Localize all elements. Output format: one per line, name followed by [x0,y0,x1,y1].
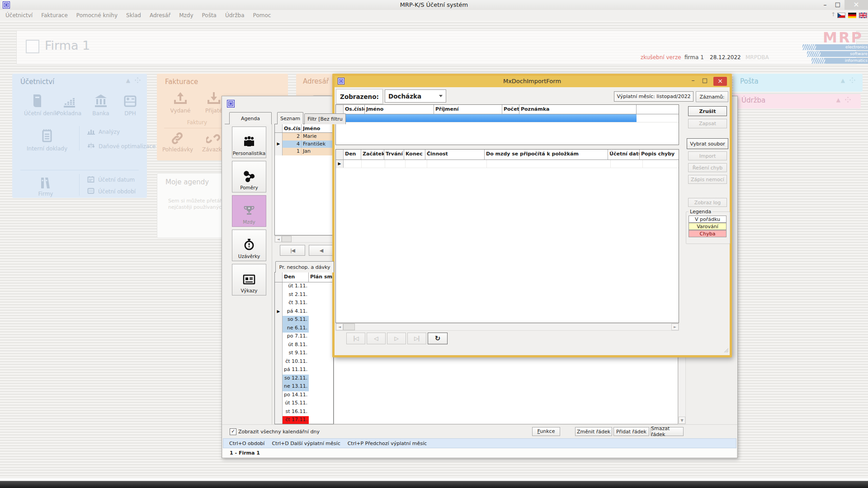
zobraz-log-button[interactable]: Zobraz log [688,198,727,207]
col-pocet[interactable]: Počet [502,105,519,114]
vybrat-soubor-button[interactable]: Vybrat soubor [687,138,728,149]
calendar-day-row[interactable]: po 14.11. [275,391,333,400]
calendar-day-row-current[interactable]: ▶pá 4.11. [275,308,333,316]
tab-filtr[interactable]: Filtr [Bez filtru [304,113,346,124]
menu-mzdy[interactable]: Mzdy [179,12,193,19]
calendar-day-row-weekend[interactable]: so 5.11. [275,316,333,324]
attendance-empty-row[interactable]: ▶ [336,160,679,168]
tab-agenda[interactable]: Agenda [229,112,272,124]
agenda-pohledavky[interactable]: Pohledávky [160,131,195,153]
move-icon[interactable] [845,97,851,104]
sidebar-item-pomery[interactable]: Poměry [232,161,266,192]
dialog-minimize-button[interactable]: – [688,76,698,84]
persons-hscrollbar[interactable]: ◄ [274,235,334,243]
col-trvani[interactable]: Trvání [384,150,404,160]
agenda-ucetni-obdobi[interactable]: Účetní období [87,188,136,196]
days-col-plan[interactable]: Plán sm [309,272,333,282]
col-do-mzdy[interactable]: Do mzdy se připočítá k položkám [485,150,608,160]
calendar-day-row[interactable]: út 8.11. [275,341,333,350]
calendar-day-row[interactable]: čt 3.11. [275,299,333,308]
agenda-ucetni-denik[interactable]: Účetní deník [24,93,51,117]
tile-posta[interactable]: Pošta ▲ [733,74,863,92]
person-row-selected[interactable]: ▶ 4 František [275,141,333,148]
col-jmeno[interactable]: Jméno [365,105,434,114]
calendar-day-row-weekend[interactable]: ne 6.11. [275,324,333,333]
menu-sklad[interactable]: Sklad [126,12,141,19]
col-popis-chyby[interactable]: Popis chyby [640,150,679,160]
move-icon[interactable] [849,77,855,84]
funkce-button[interactable]: Funkce [532,427,560,436]
flag-english-icon[interactable] [859,13,867,19]
scroll-down-button[interactable]: ▼ [679,417,685,424]
calendar-day-row[interactable]: st 16.11. [275,408,333,417]
nav-next-button[interactable]: ▷ [387,333,406,344]
tile-udrzba[interactable]: Údržba ▲ [733,94,861,108]
persons-col-oscis[interactable]: Os.čís [283,124,302,132]
col-cinnost[interactable]: Činnost [425,150,485,160]
zapsat-button[interactable]: Zapsat [688,119,727,128]
sidebar-item-personalistika[interactable]: Personalistika [232,127,266,158]
nav-prev-button[interactable]: ◁ [367,333,386,344]
calendar-day-row[interactable]: čt 10.11. [275,358,333,366]
records-count-button[interactable]: Záznamů: [696,91,728,102]
agenda-ucetni-datum[interactable]: Účetní datum [87,176,135,184]
col-ucetni-datum[interactable]: Účetní datum [608,150,640,160]
collapse-icon[interactable]: ▲ [841,77,845,84]
collapse-icon[interactable]: ▲ [126,77,130,84]
calendar-day-row-weekend[interactable]: ne 13.11. [275,383,333,391]
agenda-firmy[interactable]: Firmy [32,176,59,197]
dialog-titlebar[interactable]: MxDochImportForm – □ × [335,76,730,87]
zrusit-button[interactable]: Zrušit [688,106,727,116]
sidebar-item-uzaverky[interactable]: Uzávěrky [232,230,266,261]
up-arrow-indicator[interactable]: ↑ [831,11,835,18]
smazat-radek-button[interactable]: Smazat řádek [651,427,684,436]
pridat-radek-button[interactable]: Přidat řádek [613,427,649,436]
menu-udrzba[interactable]: Údržba [225,12,245,19]
flag-german-icon[interactable] [848,13,856,19]
menu-ucetnictvi[interactable]: Účetnictví [5,12,33,19]
maximize-button[interactable]: □ [832,0,844,10]
col-den[interactable]: Den [344,150,361,160]
agenda-dph[interactable]: DPH [119,93,142,117]
calendar-day-row-weekend[interactable]: so 12.11. [275,375,333,383]
scroll-left-button[interactable]: ◄ [275,236,282,242]
calendar-day-row-holiday[interactable]: čt 17.11. [275,416,333,424]
col-prijmeni[interactable]: Příjmení [434,105,502,114]
days-col-den[interactable]: Den [283,272,309,282]
minimize-button[interactable]: – [819,0,831,10]
agenda-vydane[interactable]: Vydané [167,91,194,114]
menu-posta[interactable]: Pošta [202,12,217,19]
collapse-icon[interactable]: ▲ [836,97,840,104]
calendar-day-row[interactable]: st 9.11. [275,349,333,358]
scroll-thumb[interactable] [343,324,355,330]
nav-last-button[interactable]: ▷| [407,333,426,344]
dialog-maximize-button[interactable]: □ [700,77,710,84]
resize-grip[interactable] [724,348,729,355]
view-combobox[interactable]: Docházka [385,89,446,103]
tile-ucetnictvi[interactable]: Účetnictví ▲ Účetní deník Pokladna Banka… [12,74,147,198]
col-poznamka[interactable]: Poznámka [519,105,637,114]
col-zacatek[interactable]: Začátek [361,150,384,160]
calendar-day-row[interactable]: po 7.11. [275,333,333,341]
persons-nav-prev[interactable]: ◀ [309,245,334,256]
selected-import-row[interactable]: ▶ [336,114,679,122]
taskbar[interactable] [0,481,868,488]
menu-fakturace[interactable]: Fakturace [41,12,68,19]
zmenit-radek-button[interactable]: Změnit řádek [575,427,612,436]
person-row[interactable]: 1 Jan [275,148,333,155]
nav-refresh-button[interactable]: ↻ [428,333,448,344]
persons-col-jmeno[interactable]: Jméno [302,124,333,132]
attendance-hscrollbar[interactable]: ◄ ► [335,323,679,331]
attendance-table[interactable]: Den Začátek Trvání Konec Činnost Do mzdy… [335,149,679,323]
calendar-day-row[interactable]: st 2.11. [275,291,333,300]
sidebar-item-mzdy[interactable]: Mzdy [232,195,266,227]
scroll-thumb[interactable] [282,236,292,242]
scroll-right-button[interactable]: ► [671,324,679,330]
show-all-days-label[interactable]: Zobrazit všechny kalendářní dny [238,429,320,435]
flag-czech-icon[interactable] [837,13,845,19]
calendar-day-row[interactable]: út 15.11. [275,399,333,408]
import-button[interactable]: Import [688,151,727,160]
menu-pomoc[interactable]: Pomoc [253,12,271,19]
tab-pr-neschop[interactable]: Pr. neschop. a dávky [275,261,334,272]
agenda-danove-optimalizace[interactable]: Daňové optimalizace [87,142,156,150]
